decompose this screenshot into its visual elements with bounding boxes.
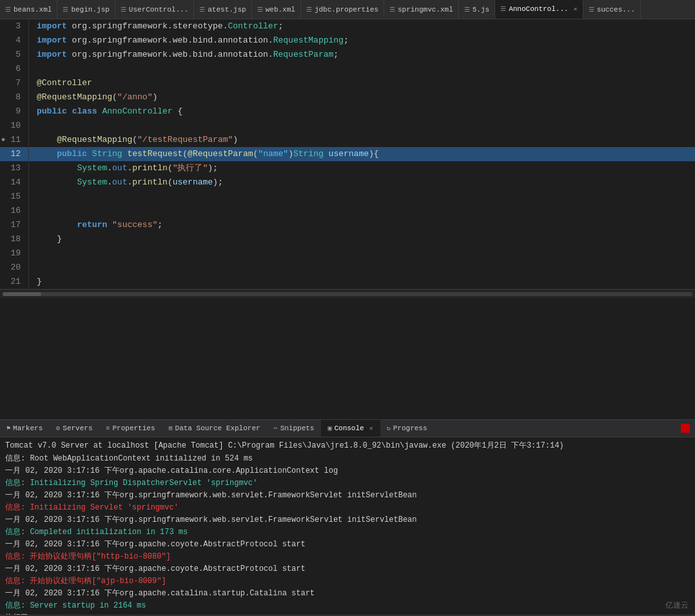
tab-label: AnnoControl... bbox=[509, 5, 568, 13]
properties-label: Properties bbox=[113, 424, 155, 432]
line-content: public class AnnoController { bbox=[29, 104, 695, 119]
file-icon: ☰ bbox=[389, 6, 395, 14]
tab-label: UserControl... bbox=[129, 6, 188, 14]
file-icon: ☰ bbox=[5, 6, 11, 14]
tab-progress[interactable]: ↻ Progress bbox=[380, 420, 435, 437]
line-content: @RequestMapping("/anno") bbox=[29, 90, 695, 104]
console-tab-close-icon[interactable]: ✕ bbox=[369, 424, 373, 432]
tab-success[interactable]: ☰ succes... bbox=[583, 0, 641, 19]
code-line-14: 14 System.out.println(username); bbox=[0, 175, 695, 190]
line-number: 15 bbox=[0, 190, 29, 204]
tab-5js[interactable]: ☰ 5.js bbox=[459, 0, 495, 19]
line-content bbox=[29, 246, 695, 261]
code-line-19: 19 bbox=[0, 246, 695, 261]
line-number: 7 bbox=[0, 76, 29, 90]
file-icon: ☰ bbox=[306, 6, 312, 14]
tab-label: succes... bbox=[597, 6, 635, 14]
console-line-10: 一月 02, 2020 3:17:16 下午org.apache.coyote.… bbox=[0, 562, 695, 575]
tab-close-icon[interactable]: ✕ bbox=[574, 5, 578, 13]
tab-anno-controller[interactable]: ☰ AnnoControl... ✕ bbox=[495, 0, 583, 19]
code-lines: 3 import org.springframework.stereotype.… bbox=[0, 19, 695, 289]
code-line-7: 7 @Controller bbox=[0, 76, 695, 90]
markers-icon: ⚑ bbox=[6, 424, 10, 432]
tab-label: beans.xml bbox=[14, 6, 52, 14]
tab-markers[interactable]: ⚑ Markers bbox=[0, 420, 50, 437]
code-line-18: 18 } bbox=[0, 232, 695, 246]
console-line-7: 信息: Completed initialization in 173 ms bbox=[0, 526, 695, 538]
tab-properties[interactable]: ≡ Properties bbox=[100, 420, 162, 437]
code-line-12: 12 public String testRequest(@RequestPar… bbox=[0, 147, 695, 161]
line-number: 13 bbox=[0, 161, 29, 175]
line-number: 12 bbox=[0, 147, 29, 161]
console-line-13: 信息: Server startup in 2164 ms bbox=[0, 599, 695, 611]
snippets-icon: ✂ bbox=[274, 424, 278, 432]
file-icon: ☰ bbox=[464, 6, 470, 14]
tab-label: springmvc.xml bbox=[398, 6, 453, 14]
line-content: return "success"; bbox=[29, 218, 695, 232]
tab-jdbc-properties[interactable]: ☰ jdbc.properties bbox=[301, 0, 384, 19]
line-number: 6 bbox=[0, 62, 29, 76]
tab-begin-jsp[interactable]: ☰ begin.jsp bbox=[57, 0, 115, 19]
console-line-11: 信息: 开始协议处理句柄["ajp-bio-8009"] bbox=[0, 575, 695, 587]
file-icon: ☰ bbox=[257, 6, 263, 14]
line-content: @RequestMapping("/testRequestParam") bbox=[29, 133, 695, 147]
file-icon: ☰ bbox=[63, 6, 68, 14]
tab-springmvc-xml[interactable]: ☰ springmvc.xml bbox=[384, 0, 459, 19]
line-content: public String testRequest(@RequestParam(… bbox=[29, 147, 695, 161]
line-number: 8 bbox=[0, 90, 29, 104]
console-line-3: 信息: Initializing Spring DispatcherServle… bbox=[0, 477, 695, 489]
line-content: @Controller bbox=[29, 76, 695, 90]
console-stop-area bbox=[676, 420, 695, 437]
console-line-1: 信息: Root WebApplicationContext initializ… bbox=[0, 452, 695, 464]
data-source-icon: ⊞ bbox=[169, 424, 173, 432]
code-line-6: 6 bbox=[0, 62, 695, 76]
line-number: 17 bbox=[0, 218, 29, 232]
line-content bbox=[29, 261, 695, 275]
file-icon: ☰ bbox=[121, 6, 126, 14]
file-icon: ☰ bbox=[500, 5, 506, 13]
line-content: System.out.println(username); bbox=[29, 175, 695, 190]
console-line-9: 信息: 开始协议处理句柄["http-bio-8080"] bbox=[0, 550, 695, 562]
line-number: 5 bbox=[0, 48, 29, 62]
console-server-info: Tomcat v7.0 Server at localhost [Apache … bbox=[0, 439, 695, 452]
tab-servers[interactable]: ⚙ Servers bbox=[50, 420, 99, 437]
code-line-15: 15 bbox=[0, 190, 695, 204]
console-line-5: 信息: Initializing Servlet 'springmvc' bbox=[0, 501, 695, 513]
tab-bar: ☰ beans.xml ☰ begin.jsp ☰ UserControl...… bbox=[0, 0, 695, 19]
console-label: Console bbox=[334, 424, 364, 432]
code-editor: 3 import org.springframework.stereotype.… bbox=[0, 19, 695, 419]
line-content: import org.springframework.web.bind.anno… bbox=[29, 34, 695, 48]
line-number: 4 bbox=[0, 34, 29, 48]
tab-snippets[interactable]: ✂ Snippets bbox=[268, 420, 322, 437]
line-content: System.out.println("执行了"); bbox=[29, 161, 695, 175]
watermark: 亿速云 bbox=[665, 600, 689, 611]
code-line-13: 13 System.out.println("执行了"); bbox=[0, 161, 695, 175]
line-number: 19 bbox=[0, 246, 29, 261]
console-line-12: 一月 02, 2020 3:17:16 下午org.apache.catalin… bbox=[0, 587, 695, 599]
code-line-4: 4 import org.springframework.web.bind.an… bbox=[0, 34, 695, 48]
line-content bbox=[29, 204, 695, 218]
tab-label: atest.jsp bbox=[208, 6, 246, 14]
tab-beans-xml[interactable]: ☰ beans.xml bbox=[0, 0, 57, 19]
data-source-label: Data Source Explorer bbox=[175, 424, 260, 432]
tab-data-source-explorer[interactable]: ⊞ Data Source Explorer bbox=[162, 420, 268, 437]
console-line-4: 一月 02, 2020 3:17:16 下午org.springframewor… bbox=[0, 489, 695, 501]
tab-label: web.xml bbox=[266, 6, 295, 14]
file-icon: ☰ bbox=[199, 6, 205, 14]
scrollbar-track bbox=[3, 292, 692, 296]
tab-usercontrol[interactable]: ☰ UserControl... bbox=[115, 0, 194, 19]
line-content bbox=[29, 190, 695, 204]
scrollbar-thumb[interactable] bbox=[3, 292, 41, 296]
tab-console[interactable]: ▣ Console ✕ bbox=[321, 420, 380, 437]
code-line-21: 21 } bbox=[0, 275, 695, 289]
editor-horizontal-scrollbar[interactable] bbox=[0, 289, 695, 298]
snippets-label: Snippets bbox=[280, 424, 315, 432]
stop-button[interactable] bbox=[681, 424, 690, 433]
tab-web-xml[interactable]: ☰ web.xml bbox=[252, 0, 301, 19]
tab-label: jdbc.properties bbox=[315, 6, 378, 14]
line-content: import org.springframework.web.bind.anno… bbox=[29, 48, 695, 62]
tab-atest-jsp[interactable]: ☰ atest.jsp bbox=[194, 0, 251, 19]
tab-label: 5.js bbox=[473, 6, 489, 14]
line-number: 20 bbox=[0, 261, 29, 275]
code-line-5: 5 import org.springframework.web.bind.an… bbox=[0, 48, 695, 62]
